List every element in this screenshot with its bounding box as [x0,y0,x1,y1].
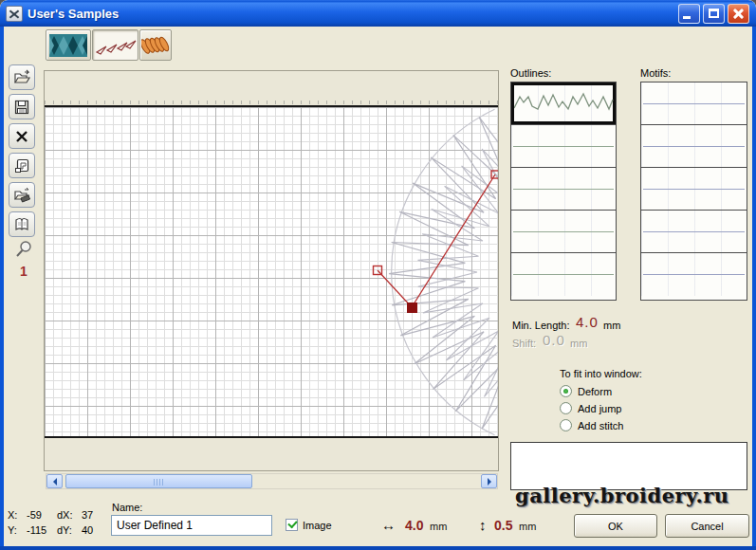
min-length-value: 4.0 [576,314,599,330]
sample-row[interactable] [641,211,747,253]
fan-zigzag-outer [389,118,498,430]
scrollbar-thumb[interactable] [65,474,252,488]
radio-icon[interactable] [560,385,572,397]
dy-label: dY: [57,524,82,536]
outline-sample-icon [95,34,137,57]
outline-sample-button[interactable] [92,29,138,61]
sample-row[interactable] [511,211,616,253]
users-samples-dialog: User's Samples [0,0,756,550]
stitch-preview-svg [45,71,498,470]
stitch-node-handle-selected[interactable] [408,303,417,313]
shift-value: 0.0 [543,332,565,348]
save-floppy-icon [12,98,31,117]
shift-unit: mm [570,338,587,349]
window-border-left [0,27,4,550]
motif-sample-button[interactable] [139,29,172,61]
radio-icon[interactable] [560,419,572,431]
window-border-bottom [0,546,756,550]
motif-sample-icon [141,34,170,57]
delete-button[interactable] [9,123,35,149]
shift-label: Shift: [512,338,536,349]
scroll-right-button[interactable] [481,474,497,488]
sample-line [513,231,614,232]
title-bar[interactable]: User's Samples [0,0,756,27]
sample-line [513,189,614,190]
zoom-level: 1 [13,264,34,279]
ok-button[interactable]: OK [574,514,657,538]
x-value: -59 [27,509,57,521]
height-value: 0.5 [494,518,512,533]
sample-line [643,146,745,147]
save-button[interactable] [9,94,35,119]
dx-label: dX: [57,509,82,521]
radio-label: Deform [578,386,612,397]
window-title: User's Samples [28,7,119,21]
export-button[interactable] [9,182,35,208]
scroll-left-button[interactable] [46,474,63,488]
duplicate-icon [12,156,31,175]
image-checkbox-label: Image [303,520,332,531]
motifs-list[interactable] [640,82,747,301]
cancel-button[interactable]: Cancel [665,514,749,538]
horizontal-scrollbar[interactable] [46,473,498,489]
y-label: Y: [8,524,27,536]
fill-sample-button[interactable] [46,29,91,61]
fan-arc [392,109,495,435]
radio-deform[interactable]: Deform [560,385,612,397]
radio-add-jump[interactable]: Add jump [560,402,621,414]
image-checkbox[interactable] [286,519,298,531]
sample-line [513,274,614,275]
min-length-unit: mm [603,320,620,331]
fill-sample-icon [49,34,87,57]
sample-line [643,274,745,275]
zigzag-sample-icon [514,84,615,122]
scroll-right-icon [488,478,491,486]
app-icon [6,6,23,22]
open-folder-icon [12,68,31,87]
width-arrow-icon: ↔ [381,517,396,533]
height-arrow-icon: ↕ [479,517,487,533]
outlines-list[interactable] [510,82,617,301]
sample-row[interactable] [641,168,747,211]
sample-line [513,146,614,147]
delete-x-icon [12,127,31,146]
design-canvas[interactable] [44,70,499,471]
radio-add-stitch[interactable]: Add stitch [560,419,623,431]
sample-row[interactable] [511,82,616,125]
minimize-button[interactable] [678,4,700,24]
open-button[interactable] [9,64,35,90]
magnifier-icon [12,239,35,262]
sample-row[interactable] [511,168,616,211]
name-input[interactable] [111,515,272,536]
sample-row[interactable] [641,125,747,168]
min-length-label: Min. Length: [512,320,570,331]
outlines-label: Outlines: [510,67,551,79]
sample-row[interactable] [641,253,747,296]
dx-value: 37 [82,509,106,521]
width-unit: mm [430,521,447,532]
radio-label: Add stitch [578,420,623,431]
sample-row[interactable] [641,82,747,125]
scroll-left-icon [53,478,57,486]
radio-icon[interactable] [560,402,572,414]
library-button[interactable] [9,211,35,237]
close-button[interactable] [728,4,749,24]
maximize-icon [709,9,719,18]
x-label: X: [8,509,27,521]
watermark: gallery.broidery.ru [515,484,729,507]
radio-label: Add jump [578,403,621,414]
coordinate-readout: X: -59 dX: 37 Y: -115 dY: 40 [8,507,106,538]
window-border-right [752,27,756,550]
sample-line [643,231,745,232]
fit-into-window-label: To fit into window: [560,368,642,379]
maximize-button[interactable] [703,4,725,24]
sample-line [643,103,745,104]
export-folder-icon [12,186,31,205]
duplicate-button[interactable] [9,153,35,178]
sample-row[interactable] [511,125,616,168]
zoom-tool[interactable] [11,239,36,266]
motifs-label: Motifs: [640,67,671,79]
sample-row[interactable] [511,253,616,296]
y-value: -115 [27,524,57,536]
sample-line [643,189,745,190]
